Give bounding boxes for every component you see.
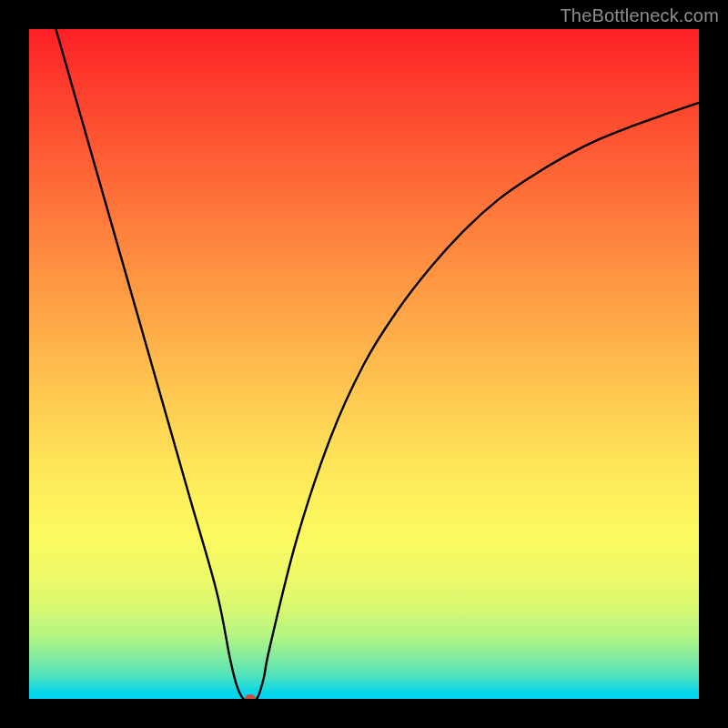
watermark-text: TheBottleneck.com (560, 5, 719, 26)
curve-svg (29, 29, 699, 699)
chart-frame: TheBottleneck.com (0, 0, 728, 728)
bottleneck-curve-line (56, 29, 699, 699)
plot-area (29, 29, 699, 699)
min-dot-marker (245, 694, 256, 699)
